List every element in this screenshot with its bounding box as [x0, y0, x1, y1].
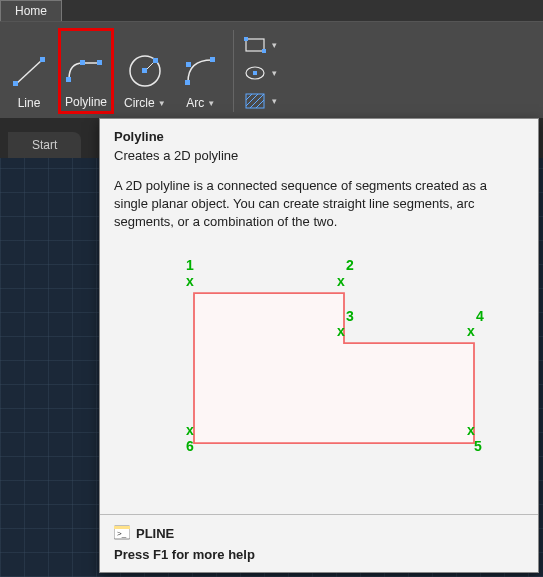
caret-down-icon: ▾	[272, 96, 277, 106]
vertex-mark: x	[186, 274, 194, 288]
svg-rect-17	[253, 71, 257, 75]
svg-line-0	[16, 60, 42, 84]
tool-circle[interactable]: Circle▼	[118, 28, 172, 114]
tool-line[interactable]: Line	[4, 28, 54, 114]
tool-line-label: Line	[18, 96, 41, 110]
svg-rect-9	[153, 58, 158, 63]
command-name: PLINE	[136, 526, 174, 541]
tab-home-label: Home	[15, 4, 47, 18]
polyline-icon	[65, 51, 107, 89]
document-tab-start[interactable]: Start	[8, 132, 81, 158]
svg-text:>_: >_	[117, 529, 127, 538]
vertex-mark: x	[186, 423, 194, 437]
command-prompt-icon: >_	[114, 525, 130, 541]
svg-rect-14	[244, 37, 248, 41]
vertex-number: 3	[346, 309, 354, 323]
command-row: >_ PLINE	[114, 525, 524, 541]
tool-polyline-label: Polyline	[65, 95, 107, 109]
svg-rect-1	[13, 81, 18, 86]
hatch-icon	[244, 92, 266, 110]
svg-rect-4	[80, 60, 85, 65]
tooltip-title: Polyline	[114, 129, 524, 144]
start-tab-label: Start	[32, 138, 57, 152]
tooltip-body: Polyline Creates a 2D polyline A 2D poly…	[100, 119, 538, 514]
svg-rect-15	[262, 49, 266, 53]
tool-ellipse[interactable]: ▾	[241, 60, 280, 86]
svg-rect-12	[210, 57, 215, 62]
tool-rectangle[interactable]: ▾	[241, 32, 280, 58]
tooltip-footer: >_ PLINE Press F1 for more help	[100, 514, 538, 572]
tooltip-subtitle: Creates a 2D polyline	[114, 148, 524, 163]
rectangle-icon	[244, 36, 266, 54]
svg-rect-3	[66, 77, 71, 82]
ribbon-draw-panel: Line Polyline Circle▼	[0, 22, 543, 118]
vertex-mark: x	[467, 423, 475, 437]
tool-circle-label: Circle▼	[124, 96, 166, 110]
svg-rect-2	[40, 57, 45, 62]
vertex-number: 6	[186, 439, 194, 453]
svg-rect-5	[97, 60, 102, 65]
tool-arc[interactable]: Arc▼	[176, 28, 226, 114]
caret-down-icon: ▾	[272, 40, 277, 50]
vertex-number: 4	[476, 309, 484, 323]
tool-hatch[interactable]: ▾	[241, 88, 280, 114]
svg-rect-8	[142, 68, 147, 73]
polyline-diagram-icon	[124, 252, 514, 494]
ribbon-tab-bar: Home	[0, 0, 543, 22]
tooltip-diagram: x 1 x 2 x 3 x 4 x 5 x 6	[124, 252, 514, 494]
separator	[233, 30, 234, 112]
vertex-mark: x	[467, 324, 475, 338]
tool-arc-label: Arc▼	[186, 96, 215, 110]
vertex-number: 2	[346, 258, 354, 272]
help-hint: Press F1 for more help	[114, 547, 524, 562]
ellipse-icon	[244, 64, 266, 82]
caret-down-icon: ▼	[158, 99, 166, 108]
vertex-number: 1	[186, 258, 194, 272]
vertex-number: 5	[474, 439, 482, 453]
caret-down-icon: ▾	[272, 68, 277, 78]
caret-down-icon: ▼	[207, 99, 215, 108]
arc-icon	[182, 52, 220, 90]
svg-rect-13	[246, 39, 264, 51]
vertex-mark: x	[337, 274, 345, 288]
svg-line-19	[246, 94, 258, 106]
line-icon	[10, 52, 48, 90]
vertex-mark: x	[337, 324, 345, 338]
svg-rect-10	[185, 80, 190, 85]
tool-polyline[interactable]: Polyline	[58, 28, 114, 114]
svg-rect-11	[186, 62, 191, 67]
svg-line-21	[246, 94, 252, 100]
tab-home[interactable]: Home	[0, 0, 62, 21]
circle-icon	[126, 52, 164, 90]
tooltip-popup: Polyline Creates a 2D polyline A 2D poly…	[99, 118, 539, 573]
svg-line-20	[250, 94, 264, 108]
small-tools-group: ▾ ▾ ▾	[241, 28, 280, 114]
tooltip-description: A 2D polyline is a connected sequence of…	[114, 177, 524, 232]
